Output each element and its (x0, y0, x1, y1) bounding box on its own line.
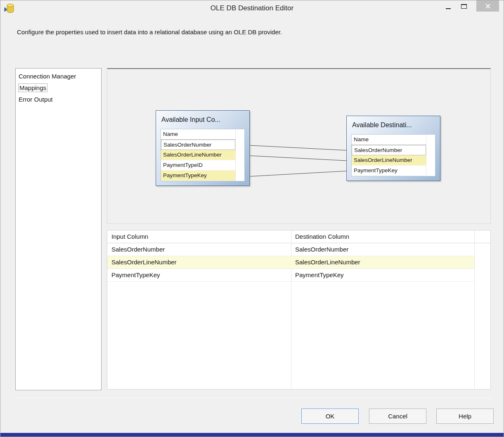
cancel-button[interactable]: Cancel (369, 408, 426, 424)
input-columns-gutter (235, 129, 244, 181)
footer-divider (15, 398, 491, 398)
grid-cell-destination[interactable]: SalesOrderNumber (291, 243, 474, 256)
destination-columns-box-title[interactable]: Available Destinati... (347, 116, 440, 134)
grid-header-input-column: Input Column (107, 230, 291, 243)
connector-paymenttypekey[interactable] (250, 171, 347, 176)
nav-item-label: Mappings (19, 84, 47, 92)
grid-cell-destination[interactable]: PaymentTypeKey (291, 269, 474, 281)
input-columns-box-title[interactable]: Available Input Co... (156, 111, 249, 129)
title-bar: OLE DB Destination Editor (0, 0, 504, 16)
help-button[interactable]: Help (436, 408, 494, 424)
destination-columns-list: Name SalesOrderNumber SalesOrderLineNumb… (351, 134, 435, 176)
nav-item-error-output[interactable]: Error Output (16, 94, 101, 105)
input-columns-name-header: Name (161, 129, 235, 140)
mapping-grid: Input Column Destination Column SalesOrd… (107, 230, 491, 390)
close-icon (485, 3, 491, 9)
destination-column-row[interactable]: SalesOrderNumber (352, 145, 426, 155)
grid-cell-input[interactable]: PaymentTypeKey (107, 269, 291, 281)
available-input-columns-box: Available Input Co... Name SalesOrderNum… (156, 110, 250, 186)
nav-item-mappings[interactable]: Mappings (16, 82, 101, 94)
input-column-row[interactable]: PaymentTypeID (161, 160, 235, 171)
ole-db-destination-editor-window: OLE DB Destination Editor Configure the … (0, 0, 504, 437)
mapping-design-surface: Available Input Co... Name SalesOrderNum… (107, 68, 491, 224)
window-title: OLE DB Destination Editor (0, 0, 504, 16)
dialog-description: Configure the properties used to insert … (17, 28, 487, 36)
ok-button[interactable]: OK (301, 408, 359, 424)
maximize-icon (461, 4, 467, 9)
maximize-button[interactable] (457, 0, 471, 12)
grid-row: PaymentTypeKey PaymentTypeKey (107, 269, 474, 282)
pages-listbox: Connection Manager Mappings Error Output (15, 68, 102, 390)
destination-column-row[interactable]: PaymentTypeKey (352, 166, 426, 176)
connector-salesordernumber[interactable] (250, 145, 347, 150)
nav-item-label: Error Output (19, 96, 53, 103)
input-columns-list: Name SalesOrderNumber SalesOrderLineNumb… (161, 129, 245, 181)
nav-item-connection-manager[interactable]: Connection Manager (16, 71, 101, 82)
grid-cell-input[interactable]: SalesOrderNumber (107, 243, 291, 256)
minimize-button[interactable] (442, 0, 455, 12)
destination-column-row[interactable]: SalesOrderLineNumber (352, 155, 426, 166)
minimize-icon (446, 8, 451, 9)
available-destination-columns-box: Available Destinati... Name SalesOrderNu… (346, 116, 440, 181)
close-button[interactable] (476, 0, 499, 12)
destination-columns-main: Name SalesOrderNumber SalesOrderLineNumb… (352, 135, 426, 176)
input-column-row[interactable]: SalesOrderNumber (161, 140, 235, 150)
grid-cell-input[interactable]: SalesOrderLineNumber (107, 256, 291, 268)
connector-salesorderlinenumber[interactable] (250, 156, 347, 161)
nav-item-label: Connection Manager (19, 73, 76, 80)
input-column-row[interactable]: PaymentTypeKey (161, 171, 235, 181)
grid-header-destination-column: Destination Column (291, 230, 474, 243)
grid-row: SalesOrderNumber SalesOrderNumber (107, 243, 474, 256)
input-columns-main: Name SalesOrderNumber SalesOrderLineNumb… (161, 129, 235, 181)
destination-columns-name-header: Name (352, 135, 426, 145)
bottom-accent-bar (0, 433, 504, 437)
grid-cell-destination[interactable]: SalesOrderLineNumber (291, 256, 474, 268)
grid-right-divider (474, 230, 475, 389)
destination-columns-gutter (426, 135, 435, 176)
grid-header-row: Input Column Destination Column (107, 230, 490, 243)
input-column-row[interactable]: SalesOrderLineNumber (161, 150, 235, 160)
grid-row: SalesOrderLineNumber SalesOrderLineNumbe… (107, 256, 474, 269)
